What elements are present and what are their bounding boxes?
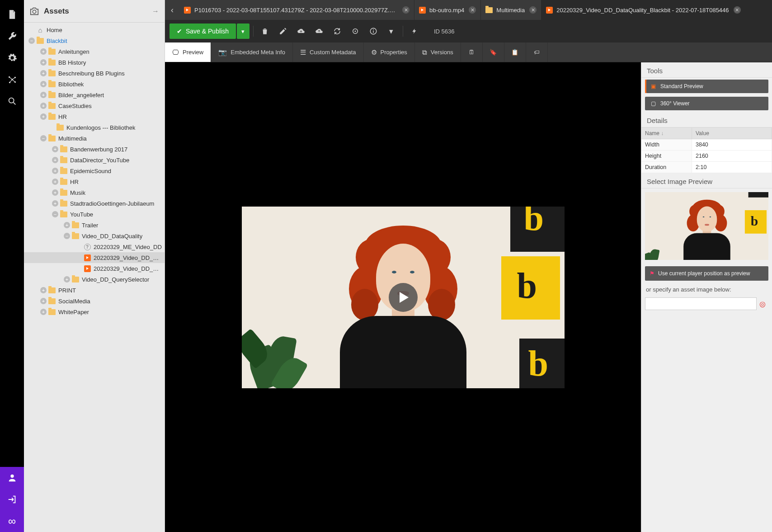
refresh-icon[interactable] [330,24,345,39]
detail-value: 2160 [692,151,772,162]
tree-item[interactable]: +HR [24,111,165,122]
save-publish-dropdown[interactable]: ▾ [237,24,249,39]
tree-item[interactable]: +BB History [24,57,165,68]
subtab-tag-icon[interactable]: 🏷 [526,42,548,62]
preview-thumbnail[interactable]: b b [645,192,768,260]
image-icon: ▣ [650,83,657,90]
tree-vdd-file2[interactable]: 20220329_Video_DD_DataQuality [24,252,165,263]
tabs-prev-icon[interactable]: ‹ [165,0,179,20]
tree-item[interactable]: +DataDirector_YouTube [24,155,165,165]
tree-item[interactable]: +Beschreibung BB Plugins [24,68,165,79]
subtab-properties[interactable]: ⚙Properties [364,42,415,62]
file-icon[interactable] [0,4,24,25]
tree-vdd-folder[interactable]: −Video_DD_DataQuality [24,231,165,241]
document-tabs: ‹ P1016703 - 2022-03-08T155107.431279Z -… [165,0,772,20]
subtab-clipboard-icon[interactable]: 📋 [504,42,526,62]
bolt-icon[interactable] [407,24,422,39]
close-icon[interactable]: ✕ [469,6,476,14]
tree-root-blackbit[interactable]: −Blackbit [24,35,165,46]
tree-vdd-file1[interactable]: ?20220329_ME_Video_DD [24,241,165,252]
graph-icon[interactable] [0,69,24,90]
tree-body: ⌂Home −Blackbit +Anleitungen+BB History+… [24,23,165,532]
video-frame: b b b [242,207,565,388]
asset-image-input[interactable] [645,297,757,310]
tool-standard-preview[interactable]: ▣ Standard Preview [645,80,768,93]
more-dropdown-icon[interactable]: ▾ [384,24,399,39]
svg-point-7 [33,10,36,13]
asset-tree-panel: Assets → ⌂Home −Blackbit +Anleitungen+BB… [24,0,165,532]
document-tab[interactable]: bb-outro.mp4✕ [414,0,481,20]
tree-item[interactable]: +PRINT [24,285,165,296]
col-value[interactable]: Value [692,128,772,139]
flag-icon: ⚑ [650,270,654,277]
tree-item[interactable]: +SocialMedia [24,296,165,306]
close-icon[interactable]: ✕ [734,6,741,14]
subtab-embedded-meta[interactable]: 📷Embedded Meta Info [211,42,293,62]
document-tab[interactable]: Multimedia✕ [481,0,541,20]
tree-item[interactable]: +Anleitungen [24,46,165,57]
cloud-upload-icon[interactable] [311,24,327,39]
infinity-icon[interactable]: ∞ [0,510,24,532]
versions-icon: ⧉ [422,48,427,56]
subtab-preview[interactable]: 🖵Preview [165,42,211,62]
panel-title: Assets [44,7,152,16]
tree-item[interactable]: +WhitePaper [24,306,165,317]
tree-item[interactable]: +HR [24,176,165,187]
cloud-download-icon[interactable] [293,24,309,39]
tree-kundenlogos[interactable]: Kundenlogos --- Bibliothek [24,122,165,133]
tree-multimedia[interactable]: −Multimedia [24,133,165,144]
close-icon[interactable]: ✕ [529,6,537,14]
details-header: Details [641,112,772,127]
edit-icon[interactable] [275,24,291,39]
document-tab[interactable]: P1016703 - 2022-03-08T155107.431279Z - 2… [179,0,414,20]
close-icon[interactable]: ✕ [402,6,410,14]
tree-home[interactable]: ⌂Home [24,24,165,35]
tool-360-viewer[interactable]: ▢ 360° Viewer [645,97,768,110]
play-button[interactable] [389,283,418,312]
asset-id-label: ID 5636 [434,28,455,35]
list-icon: ☰ [300,48,306,56]
right-panel: Tools ▣ Standard Preview ▢ 360° Viewer D… [641,62,772,532]
panel-collapse-icon[interactable]: → [152,7,159,15]
use-current-position-button[interactable]: ⚑ Use current player position as preview [645,266,768,281]
tree-vdd-file3[interactable]: 20220329_Video_DD_DataQuality [24,263,165,274]
document-tab[interactable]: 20220329_Video_DD_DataQuality_Blackbit -… [541,0,772,20]
user-icon[interactable] [0,467,24,489]
col-name[interactable]: Name ↓ [641,128,692,139]
camera-icon [29,6,39,16]
tree-item[interactable]: +StadtradioGoettingen-Jubilaeum [24,198,165,209]
subtab-custom-metadata[interactable]: ☰Custom Metadata [293,42,364,62]
tree-item[interactable]: +Bandenwerbung 2017 [24,144,165,155]
subtab-versions[interactable]: ⧉Versions [415,42,461,62]
preview-area: b b b [165,62,641,532]
tree-item[interactable]: +Bibliothek [24,79,165,89]
delete-icon[interactable] [257,24,273,39]
search-icon[interactable] [0,90,24,112]
vr-icon: ▢ [650,100,657,107]
info-icon[interactable] [366,24,381,39]
svg-point-5 [9,98,14,103]
main-area: ‹ P1016703 - 2022-03-08T155107.431279Z -… [165,0,772,532]
tree-trailer[interactable]: +Trailer [24,220,165,231]
detail-key: Width [641,139,692,151]
tree-youtube[interactable]: −YouTube [24,209,165,220]
sub-tabs: 🖵Preview 📷Embedded Meta Info ☰Custom Met… [165,42,772,62]
locate-target-icon[interactable]: ◎ [757,297,768,310]
detail-value: 3840 [692,139,772,151]
tree-item[interactable]: +Musik [24,187,165,198]
sliders-icon: ⚙ [371,48,377,56]
tree-item[interactable]: +CaseStudies [24,100,165,111]
tree-item[interactable]: +EpidemicSound [24,165,165,176]
tree-queryselector[interactable]: +Video_DD_QuerySelector [24,274,165,285]
tree-item[interactable]: +Bilder_angeliefert [24,89,165,100]
target-icon[interactable] [348,24,363,39]
subtab-bookmark-icon[interactable]: 🔖 [483,42,504,62]
select-preview-header: Select Image Preview [641,173,772,188]
subtab-schedule-icon[interactable]: 🗓 [461,42,483,62]
gear-icon[interactable] [0,47,24,69]
svg-point-9 [354,31,356,32]
detail-key: Height [641,151,692,162]
wrench-icon[interactable] [0,25,24,47]
save-publish-button[interactable]: ✔ Save & Publish [169,24,236,39]
logout-icon[interactable] [0,489,24,510]
